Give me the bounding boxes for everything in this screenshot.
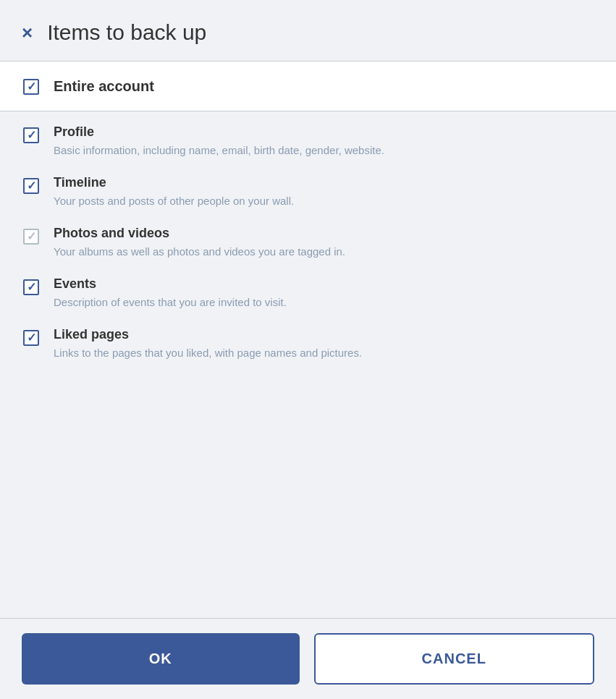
- entire-account-checkmark: ✓: [27, 81, 36, 93]
- entire-account-label: Entire account: [54, 78, 154, 95]
- profile-checkbox[interactable]: ✓: [23, 127, 39, 143]
- photos-videos-checkmark: ✓: [27, 231, 36, 242]
- entire-account-checkbox-wrapper[interactable]: ✓: [22, 77, 41, 96]
- dialog-footer: OK CANCEL: [0, 618, 616, 699]
- photos-videos-content: Photos and videos Your albums as well as…: [54, 226, 594, 259]
- timeline-checkmark: ✓: [27, 180, 36, 192]
- timeline-row: ✓ Timeline Your posts and posts of other…: [22, 175, 594, 208]
- profile-label: Profile: [54, 124, 594, 140]
- photos-videos-checkbox-wrapper[interactable]: ✓: [22, 227, 41, 246]
- events-checkbox-wrapper[interactable]: ✓: [22, 278, 41, 297]
- timeline-content: Timeline Your posts and posts of other p…: [54, 175, 594, 208]
- liked-pages-checkmark: ✓: [27, 332, 36, 344]
- liked-pages-label: Liked pages: [54, 327, 594, 342]
- timeline-label: Timeline: [54, 175, 594, 190]
- items-section: ✓ Profile Basic information, including n…: [0, 111, 616, 385]
- events-content: Events Description of events that you ar…: [54, 276, 594, 310]
- profile-row: ✓ Profile Basic information, including n…: [22, 124, 594, 158]
- ok-button[interactable]: OK: [22, 633, 300, 685]
- photos-videos-checkbox[interactable]: ✓: [23, 229, 39, 245]
- entire-account-checkbox[interactable]: ✓: [23, 79, 39, 95]
- events-checkmark: ✓: [27, 281, 36, 293]
- liked-pages-checkbox[interactable]: ✓: [23, 330, 39, 346]
- dialog-header: × Items to back up: [0, 0, 616, 61]
- profile-content: Profile Basic information, including nam…: [54, 124, 594, 158]
- events-checkbox[interactable]: ✓: [23, 279, 39, 295]
- dialog-title: Items to back up: [47, 20, 206, 45]
- events-row: ✓ Events Description of events that you …: [22, 276, 594, 310]
- dialog-body: ✓ Entire account ✓ Profile Basic informa…: [0, 62, 616, 618]
- photos-videos-label: Photos and videos: [54, 226, 594, 241]
- timeline-checkbox[interactable]: ✓: [23, 178, 39, 194]
- timeline-description: Your posts and posts of other people on …: [54, 193, 594, 208]
- photos-videos-row: ✓ Photos and videos Your albums as well …: [22, 226, 594, 259]
- liked-pages-content: Liked pages Links to the pages that you …: [54, 327, 594, 360]
- liked-pages-row: ✓ Liked pages Links to the pages that yo…: [22, 327, 594, 360]
- profile-description: Basic information, including name, email…: [54, 143, 594, 158]
- timeline-checkbox-wrapper[interactable]: ✓: [22, 177, 41, 195]
- cancel-button[interactable]: CANCEL: [314, 633, 595, 685]
- events-description: Description of events that you are invit…: [54, 295, 594, 310]
- liked-pages-checkbox-wrapper[interactable]: ✓: [22, 329, 41, 347]
- close-icon[interactable]: ×: [22, 23, 33, 42]
- profile-checkbox-wrapper[interactable]: ✓: [22, 126, 41, 145]
- events-label: Events: [54, 276, 594, 292]
- backup-dialog: × Items to back up ✓ Entire account ✓: [0, 0, 616, 699]
- liked-pages-description: Links to the pages that you liked, with …: [54, 345, 594, 360]
- profile-checkmark: ✓: [27, 130, 36, 141]
- photos-videos-description: Your albums as well as photos and videos…: [54, 244, 594, 259]
- entire-account-row[interactable]: ✓ Entire account: [0, 62, 616, 111]
